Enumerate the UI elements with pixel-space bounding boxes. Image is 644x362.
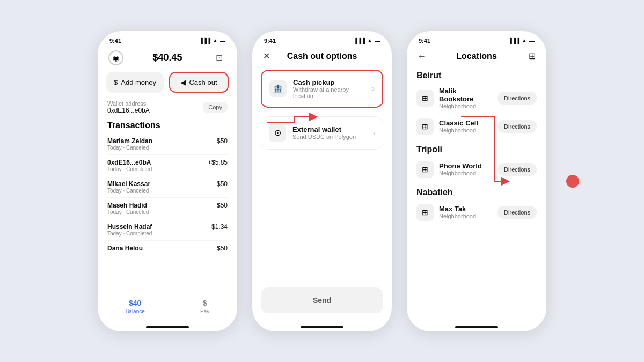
- phone-3: 9:41 ▐▐▐ ▲ ▬ ← Locations ⊞ Beirut ⊞ Mali…: [407, 31, 546, 331]
- directions-button-1[interactable]: Directions: [497, 92, 537, 105]
- directions-button-2[interactable]: Directions: [497, 120, 537, 133]
- battery-icon-3: ▬: [529, 38, 535, 43]
- signal-icon-2: ▐▐▐: [354, 38, 365, 43]
- back-arrow-icon: ◀: [180, 78, 186, 86]
- malik-bookstore-text: Malik Bookstore Neighborhood: [439, 87, 492, 109]
- close-button[interactable]: ✕: [263, 51, 270, 61]
- bottom-nav: $40 Balance $ Pay: [98, 294, 237, 319]
- user-icon[interactable]: ◉: [108, 50, 123, 65]
- nav-balance-amount: $40: [129, 299, 141, 307]
- status-icons-1: ▐▐▐ ▲ ▬: [199, 38, 225, 43]
- back-button[interactable]: ←: [418, 51, 426, 61]
- city-nabatieh: Nabatieh: [407, 182, 546, 200]
- phone1-bottom-bar: [98, 319, 237, 331]
- cash-pickup-sub: Withdraw at a nearby location: [293, 86, 365, 99]
- wifi-icon-2: ▲: [367, 38, 372, 43]
- p2-header: ✕ Cash out options: [252, 46, 392, 65]
- phone-1: 9:41 ▐▐▐ ▲ ▬ ◉ $40.45 ⊡ $ Add money ◀ Ca: [98, 31, 237, 331]
- chevron-right-icon-1: ›: [372, 84, 375, 93]
- wallet-address: 0xdE16...e0bA: [107, 107, 150, 114]
- cash-pickup-text: Cash pickup Withdraw at a nearby locatio…: [293, 78, 365, 99]
- store-icon-4: ⊞: [416, 204, 434, 221]
- store-icon-2: ⊞: [416, 118, 434, 135]
- directions-button-4[interactable]: Directions: [497, 206, 537, 219]
- balance-display: $40.45: [152, 52, 182, 63]
- chevron-right-icon-2: ›: [372, 129, 375, 137]
- nav-balance-label: Balance: [126, 308, 145, 314]
- cash-out-options-title: Cash out options: [287, 51, 357, 61]
- p1-header: ◉ $40.45 ⊡: [98, 46, 237, 68]
- wifi-icon: ▲: [213, 38, 218, 43]
- cash-out-button[interactable]: ◀ Cash out: [169, 72, 229, 93]
- external-wallet-option[interactable]: ⊙ External wallet Send USDC on Polygon ›: [261, 116, 383, 150]
- qr-button[interactable]: ⊞: [529, 51, 536, 61]
- tx-row-4: Hussein HadafToday · Completed $1.34: [107, 219, 228, 241]
- p2-spacer: [252, 154, 392, 287]
- location-max-tak: ⊞ Max Tak Neighborhood Directions: [407, 200, 546, 225]
- home-indicator-3: [455, 326, 498, 328]
- p3-header: ← Locations ⊞: [407, 46, 546, 65]
- svg-point-0: [566, 175, 579, 188]
- send-button[interactable]: Send: [261, 287, 383, 313]
- external-wallet-text: External wallet Send USDC on Polygon: [292, 125, 366, 140]
- external-wallet-sub: Send USDC on Polygon: [292, 134, 366, 140]
- nav-pay-symbol: $: [203, 299, 207, 307]
- signal-icon-3: ▐▐▐: [508, 38, 519, 43]
- scan-icon[interactable]: ⊡: [211, 50, 226, 65]
- wallet-label: Wallet address: [107, 100, 150, 107]
- dollar-icon: $: [114, 78, 118, 86]
- battery-icon-2: ▬: [375, 38, 380, 43]
- tx-row-0: Mariam ZeidanToday · Canceled +$50: [107, 134, 228, 155]
- store-icon-1: ⊞: [416, 90, 434, 107]
- tx-row-3: Maseh HadidToday · Canceled $50: [107, 198, 228, 219]
- wallet-section: Wallet address 0xdE16...e0bA Copy: [98, 97, 237, 119]
- phone-2: 9:41 ▐▐▐ ▲ ▬ ✕ Cash out options 🏦 Cash p…: [252, 31, 392, 331]
- copy-button[interactable]: Copy: [203, 102, 228, 113]
- tx-row-5: Dana Helou $50: [107, 241, 228, 256]
- add-money-label: Add money: [121, 78, 156, 86]
- home-indicator-2: [301, 326, 343, 328]
- transactions-list: Mariam ZeidanToday · Canceled +$50 0xdE1…: [98, 134, 237, 294]
- max-tak-text: Max Tak Neighborhood: [439, 205, 492, 219]
- status-bar-3: 9:41 ▐▐▐ ▲ ▬: [407, 31, 546, 46]
- nav-pay-label: Pay: [200, 308, 209, 314]
- status-bar-1: 9:41 ▐▐▐ ▲ ▬: [98, 31, 237, 46]
- location-classic-cell: ⊞ Classic Cell Neighborhood Directions: [407, 114, 546, 139]
- battery-icon: ▬: [220, 38, 225, 43]
- add-money-button[interactable]: $ Add money: [106, 72, 164, 93]
- time-1: 9:41: [109, 38, 121, 44]
- time-3: 9:41: [419, 38, 430, 44]
- status-bar-2: 9:41 ▐▐▐ ▲ ▬: [252, 31, 392, 46]
- tx-row-2: Mikael KassarToday · Canceled $50: [107, 176, 228, 198]
- directions-button-3[interactable]: Directions: [497, 163, 537, 176]
- status-icons-2: ▐▐▐ ▲ ▬: [354, 38, 380, 43]
- phone2-content: ✕ Cash out options 🏦 Cash pickup Withdra…: [252, 46, 392, 319]
- nav-pay[interactable]: $ Pay: [200, 299, 209, 314]
- phone2-bottom-bar: [252, 319, 392, 331]
- cash-pickup-option[interactable]: 🏦 Cash pickup Withdraw at a nearby locat…: [261, 70, 383, 108]
- classic-cell-text: Classic Cell Neighborhood: [439, 119, 492, 134]
- phone1-content: ◉ $40.45 ⊡ $ Add money ◀ Cash out Wallet…: [98, 46, 237, 319]
- external-wallet-icon: ⊙: [269, 124, 286, 142]
- cash-pickup-icon: 🏦: [269, 80, 287, 97]
- location-phone-world: ⊞ Phone World Neighborhood Directions: [407, 157, 546, 182]
- phone3-bottom-bar: [407, 319, 546, 331]
- external-wallet-name: External wallet: [292, 125, 366, 134]
- home-indicator-1: [146, 326, 189, 328]
- location-malik-bookstore: ⊞ Malik Bookstore Neighborhood Direction…: [407, 83, 546, 114]
- locations-title: Locations: [456, 51, 497, 61]
- store-icon-3: ⊞: [416, 161, 434, 178]
- nav-balance[interactable]: $40 Balance: [126, 299, 145, 314]
- wifi-icon-3: ▲: [522, 38, 527, 43]
- screens-container: 9:41 ▐▐▐ ▲ ▬ ◉ $40.45 ⊡ $ Add money ◀ Ca: [65, 15, 579, 348]
- cash-pickup-name: Cash pickup: [293, 78, 365, 86]
- city-beirut: Beirut: [407, 65, 546, 83]
- city-tripoli: Tripoli: [407, 139, 546, 157]
- phone3-content: ← Locations ⊞ Beirut ⊞ Malik Bookstore N…: [407, 46, 546, 319]
- phone-world-text: Phone World Neighborhood: [439, 162, 492, 176]
- signal-icon: ▐▐▐: [199, 38, 210, 43]
- tx-row-1: 0xdE16...e0bAToday · Completed +$5.85: [107, 155, 228, 176]
- status-icons-3: ▐▐▐ ▲ ▬: [508, 38, 535, 43]
- p1-actions: $ Add money ◀ Cash out: [98, 68, 237, 97]
- time-2: 9:41: [264, 38, 276, 44]
